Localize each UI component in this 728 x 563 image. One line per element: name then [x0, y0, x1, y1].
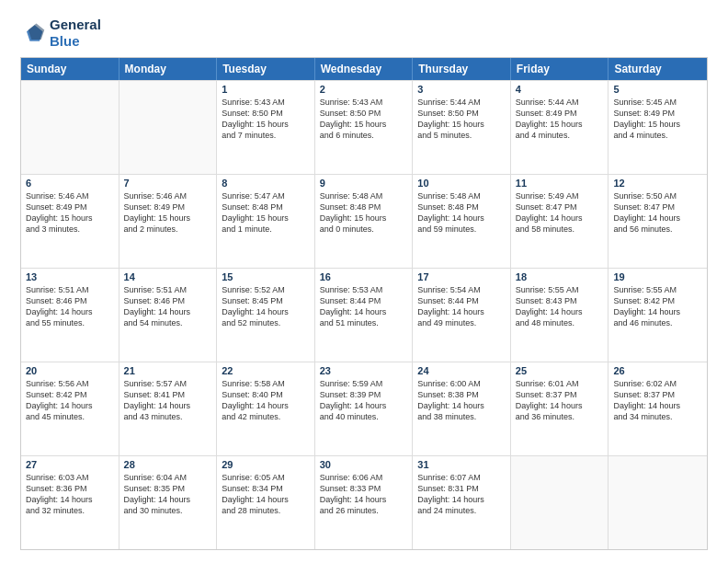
day-number: 5	[613, 84, 702, 95]
day-number: 16	[320, 271, 408, 282]
day-number: 11	[516, 178, 604, 189]
cal-cell-13: 13Sunrise: 5:51 AM Sunset: 8:46 PM Dayli…	[21, 269, 119, 362]
cell-content: Sunrise: 5:45 AM Sunset: 8:49 PM Dayligh…	[613, 97, 702, 142]
calendar-body: 1Sunrise: 5:43 AM Sunset: 8:50 PM Daylig…	[21, 80, 707, 549]
cal-cell-12: 12Sunrise: 5:50 AM Sunset: 8:47 PM Dayli…	[609, 175, 707, 268]
cell-content: Sunrise: 5:54 AM Sunset: 8:44 PM Dayligh…	[417, 284, 506, 329]
cal-cell-26: 26Sunrise: 6:02 AM Sunset: 8:37 PM Dayli…	[609, 362, 707, 455]
cal-cell-7: 7Sunrise: 5:46 AM Sunset: 8:49 PM Daylig…	[119, 175, 218, 268]
cal-cell-5: 5Sunrise: 5:45 AM Sunset: 8:49 PM Daylig…	[609, 81, 707, 174]
cal-row-5: 27Sunrise: 6:03 AM Sunset: 8:36 PM Dayli…	[21, 455, 707, 549]
cal-cell-27: 27Sunrise: 6:03 AM Sunset: 8:36 PM Dayli…	[21, 456, 119, 549]
cell-content: Sunrise: 5:44 AM Sunset: 8:49 PM Dayligh…	[516, 97, 604, 142]
cal-cell-29: 29Sunrise: 6:05 AM Sunset: 8:34 PM Dayli…	[217, 456, 315, 549]
header-day-monday: Monday	[119, 58, 218, 80]
day-number: 1	[222, 84, 310, 95]
cal-cell-22: 22Sunrise: 5:58 AM Sunset: 8:40 PM Dayli…	[217, 362, 315, 455]
cell-content: Sunrise: 5:55 AM Sunset: 8:42 PM Dayligh…	[613, 284, 702, 329]
cal-cell-17: 17Sunrise: 5:54 AM Sunset: 8:44 PM Dayli…	[413, 269, 511, 362]
calendar-header: SundayMondayTuesdayWednesdayThursdayFrid…	[21, 58, 707, 80]
cal-cell-8: 8Sunrise: 5:47 AM Sunset: 8:48 PM Daylig…	[217, 175, 315, 268]
day-number: 14	[124, 271, 212, 282]
day-number: 29	[222, 459, 310, 470]
cal-cell-empty	[511, 456, 609, 549]
day-number: 27	[26, 459, 114, 470]
cal-cell-empty	[21, 81, 119, 174]
cal-cell-4: 4Sunrise: 5:44 AM Sunset: 8:49 PM Daylig…	[511, 81, 609, 174]
header-day-thursday: Thursday	[413, 58, 511, 80]
cal-cell-15: 15Sunrise: 5:52 AM Sunset: 8:45 PM Dayli…	[217, 269, 315, 362]
cell-content: Sunrise: 5:47 AM Sunset: 8:48 PM Dayligh…	[222, 190, 310, 236]
cell-content: Sunrise: 6:01 AM Sunset: 8:37 PM Dayligh…	[516, 378, 604, 423]
day-number: 4	[516, 84, 604, 95]
day-number: 2	[320, 84, 408, 95]
day-number: 25	[516, 365, 604, 376]
day-number: 28	[124, 459, 212, 470]
cell-content: Sunrise: 5:52 AM Sunset: 8:45 PM Dayligh…	[222, 284, 310, 329]
cell-content: Sunrise: 5:48 AM Sunset: 8:48 PM Dayligh…	[320, 190, 408, 236]
header-day-tuesday: Tuesday	[217, 58, 315, 80]
cell-content: Sunrise: 6:06 AM Sunset: 8:33 PM Dayligh…	[320, 472, 408, 517]
day-number: 7	[124, 178, 212, 189]
cell-content: Sunrise: 5:55 AM Sunset: 8:43 PM Dayligh…	[516, 284, 604, 329]
day-number: 15	[222, 271, 310, 282]
cal-cell-31: 31Sunrise: 6:07 AM Sunset: 8:31 PM Dayli…	[413, 456, 511, 549]
cal-cell-2: 2Sunrise: 5:43 AM Sunset: 8:50 PM Daylig…	[315, 81, 414, 174]
cal-cell-28: 28Sunrise: 6:04 AM Sunset: 8:35 PM Dayli…	[119, 456, 218, 549]
cal-cell-10: 10Sunrise: 5:48 AM Sunset: 8:48 PM Dayli…	[413, 175, 511, 268]
cell-content: Sunrise: 5:53 AM Sunset: 8:44 PM Dayligh…	[320, 284, 408, 329]
cell-content: Sunrise: 5:51 AM Sunset: 8:46 PM Dayligh…	[26, 284, 114, 329]
cal-cell-empty	[609, 456, 707, 549]
day-number: 17	[417, 271, 506, 282]
cal-cell-16: 16Sunrise: 5:53 AM Sunset: 8:44 PM Dayli…	[315, 269, 414, 362]
day-number: 30	[320, 459, 408, 470]
svg-marker-1	[28, 24, 45, 40]
cell-content: Sunrise: 5:50 AM Sunset: 8:47 PM Dayligh…	[613, 190, 702, 236]
cal-cell-empty	[119, 81, 218, 174]
cal-cell-14: 14Sunrise: 5:51 AM Sunset: 8:46 PM Dayli…	[119, 269, 218, 362]
cal-cell-18: 18Sunrise: 5:55 AM Sunset: 8:43 PM Dayli…	[511, 269, 609, 362]
day-number: 23	[320, 365, 408, 376]
day-number: 20	[26, 365, 114, 376]
day-number: 19	[613, 271, 702, 282]
day-number: 13	[26, 271, 114, 282]
cal-row-1: 1Sunrise: 5:43 AM Sunset: 8:50 PM Daylig…	[21, 80, 707, 174]
logo-icon	[20, 20, 46, 46]
cal-row-2: 6Sunrise: 5:46 AM Sunset: 8:49 PM Daylig…	[21, 174, 707, 268]
day-number: 21	[124, 365, 212, 376]
day-number: 8	[222, 178, 310, 189]
logo: General Blue	[20, 17, 101, 50]
cell-content: Sunrise: 5:43 AM Sunset: 8:50 PM Dayligh…	[320, 97, 408, 142]
cell-content: Sunrise: 5:59 AM Sunset: 8:39 PM Dayligh…	[320, 378, 408, 423]
day-number: 31	[417, 459, 506, 470]
cell-content: Sunrise: 5:51 AM Sunset: 8:46 PM Dayligh…	[124, 284, 212, 329]
cal-cell-19: 19Sunrise: 5:55 AM Sunset: 8:42 PM Dayli…	[609, 269, 707, 362]
cell-content: Sunrise: 6:04 AM Sunset: 8:35 PM Dayligh…	[124, 472, 212, 517]
day-number: 26	[613, 365, 702, 376]
cell-content: Sunrise: 6:02 AM Sunset: 8:37 PM Dayligh…	[613, 378, 702, 423]
logo-text: General Blue	[50, 17, 101, 50]
cell-content: Sunrise: 6:03 AM Sunset: 8:36 PM Dayligh…	[26, 472, 114, 517]
cal-cell-30: 30Sunrise: 6:06 AM Sunset: 8:33 PM Dayli…	[315, 456, 414, 549]
cell-content: Sunrise: 5:58 AM Sunset: 8:40 PM Dayligh…	[222, 378, 310, 423]
cal-cell-9: 9Sunrise: 5:48 AM Sunset: 8:48 PM Daylig…	[315, 175, 414, 268]
day-number: 22	[222, 365, 310, 376]
cell-content: Sunrise: 6:07 AM Sunset: 8:31 PM Dayligh…	[417, 472, 506, 517]
header-day-wednesday: Wednesday	[315, 58, 414, 80]
cal-cell-6: 6Sunrise: 5:46 AM Sunset: 8:49 PM Daylig…	[21, 175, 119, 268]
cell-content: Sunrise: 5:46 AM Sunset: 8:49 PM Dayligh…	[26, 190, 114, 236]
day-number: 3	[417, 84, 506, 95]
cal-row-4: 20Sunrise: 5:56 AM Sunset: 8:42 PM Dayli…	[21, 362, 707, 455]
header-day-saturday: Saturday	[609, 58, 707, 80]
day-number: 9	[320, 178, 408, 189]
cell-content: Sunrise: 5:46 AM Sunset: 8:49 PM Dayligh…	[124, 190, 212, 236]
cell-content: Sunrise: 6:05 AM Sunset: 8:34 PM Dayligh…	[222, 472, 310, 517]
cell-content: Sunrise: 5:56 AM Sunset: 8:42 PM Dayligh…	[26, 378, 114, 423]
cell-content: Sunrise: 5:44 AM Sunset: 8:50 PM Dayligh…	[417, 97, 506, 142]
cal-cell-23: 23Sunrise: 5:59 AM Sunset: 8:39 PM Dayli…	[315, 362, 414, 455]
cell-content: Sunrise: 5:43 AM Sunset: 8:50 PM Dayligh…	[222, 97, 310, 142]
day-number: 24	[417, 365, 506, 376]
day-number: 10	[417, 178, 506, 189]
cal-row-3: 13Sunrise: 5:51 AM Sunset: 8:46 PM Dayli…	[21, 268, 707, 362]
page: General Blue SundayMondayTuesdayWednesda…	[0, 0, 728, 563]
